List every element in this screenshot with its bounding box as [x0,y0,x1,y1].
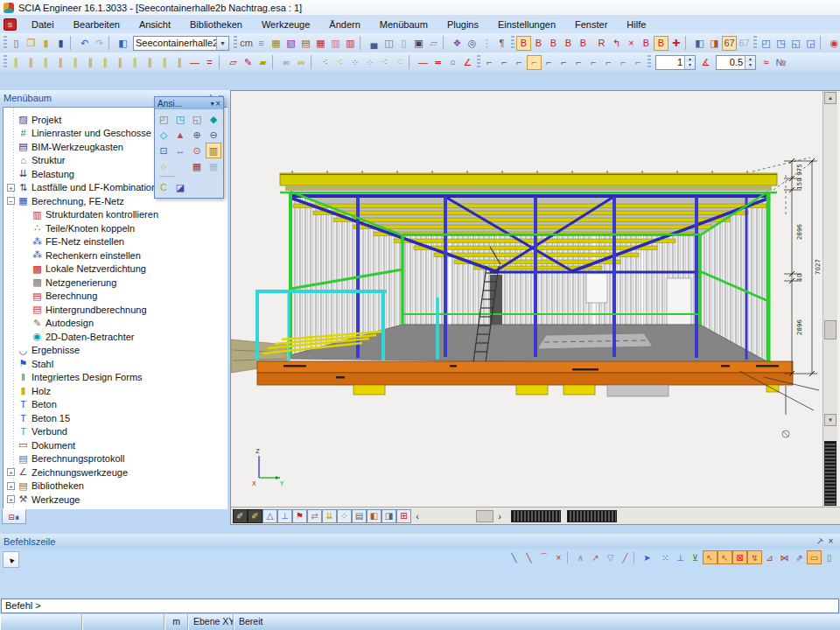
menu-datei[interactable]: Datei [22,18,64,32]
snap-quadrant-toggle-icon[interactable]: ⋈ [777,550,792,564]
tracking-icon[interactable]: ⊻ [688,550,703,564]
select-nodes-icon[interactable]: B [531,36,546,51]
tree-expander[interactable]: − [7,197,15,205]
select-polyline-icon[interactable]: R [594,36,609,51]
project-manager-icon[interactable]: ◧ [116,36,130,51]
zoom-document-icon[interactable]: ◎ [465,36,480,51]
section-view-icon[interactable]: ◨ [382,509,396,523]
undo-icon[interactable]: ↶ [77,36,92,51]
menu-ansicht[interactable]: Ansicht [130,18,180,32]
show-load-labels-icon[interactable]: ⁘ [337,509,352,523]
select-previous-icon[interactable]: ↰ [609,36,624,51]
select-by-property-icon[interactable]: B [561,36,576,51]
project-dropdown[interactable]: Seecontainerhalle2b ▼ [133,36,229,51]
snap-node-icon[interactable]: ⌐ [616,55,631,70]
dropdown-arrow-icon[interactable]: ▼ [216,37,228,50]
cmd-arc-icon[interactable]: ⌒ [536,550,551,564]
cmd-angle-icon[interactable]: ∧ [573,550,588,564]
rotation-step-icon[interactable]: ≈ [759,55,774,70]
cursor-snap-icon[interactable]: ➤ [640,550,654,564]
print-preview-icon[interactable]: ◫ [382,36,396,51]
status-unit[interactable]: m [164,614,188,630]
wireframe-mode-icon[interactable]: ✐ [233,509,248,523]
copy-member-icon[interactable]: ∥ [9,55,24,70]
polygon-edit-icon[interactable]: ▱ [226,55,241,70]
eye-nodes-icon[interactable]: ∞ [294,55,309,70]
zoom-in-icon[interactable]: ⊕ [189,127,205,143]
menu-bearbeiten[interactable]: Bearbeiten [64,18,130,32]
toolbar-menu-icon[interactable]: ▼ [209,101,215,107]
deselect-all-icon[interactable]: × [624,36,639,51]
circle-icon[interactable]: ○ [445,55,460,70]
tree-item-werkzeuge[interactable]: + ⚒ Werkzeuge [7,493,227,507]
snap-intersection-icon[interactable]: ⌐ [497,55,512,70]
select-members-icon[interactable]: B [546,36,561,51]
select-add-icon[interactable]: B [516,36,531,51]
stamp-icon[interactable]: ❖ [450,36,465,51]
dot-grid-icon[interactable]: ⁙ [658,550,673,564]
notes-icon[interactable]: ▱ [426,36,441,51]
member-check-icon[interactable]: ▥ [343,36,358,51]
tree-item-verbund[interactable]: T Verbund [7,425,227,439]
cmd-vector-icon[interactable]: ↗ [588,550,603,564]
model-canvas[interactable]: 975 150 2896 10 2896 7027 Z X Y [231,91,822,507]
select-single-icon[interactable]: B [576,36,591,51]
status-plane[interactable]: Ebene XY [188,614,234,630]
wall-corner-1-icon[interactable]: ◰ [759,36,774,51]
snap-tangent-icon[interactable]: ⌐ [571,55,586,70]
tree-item-beton-15[interactable]: T Beton 15 [7,411,227,425]
cmd-segment-icon[interactable]: ╱ [618,550,633,564]
close-icon[interactable]: × [825,536,836,546]
tree-item-hintergrundberechnung[interactable]: ▤ Hintergrundberechnung [7,303,227,317]
eye-members-icon[interactable]: ∞ [279,55,294,70]
angle-icon[interactable]: ∠ [460,55,475,70]
snap-arc-icon[interactable]: ⌐ [556,55,571,70]
tree-item-lokale-netzverdichtung[interactable]: ▩ Lokale Netzverdichtung [7,262,227,276]
wall-corner-2-icon[interactable]: ◳ [774,36,788,51]
view-top-icon[interactable]: ◰ [156,111,172,127]
toolbar-handle[interactable] [511,36,514,50]
tree-item-autodesign[interactable]: ✎ Autodesign [7,317,227,331]
snap-step-spinner[interactable]: 0.5 ▴▾ [716,55,756,70]
numbering-icon[interactable]: № [774,55,788,70]
cmd-line-point-icon[interactable]: ╲ [522,550,536,564]
join-member-icon[interactable]: ∥ [143,55,158,70]
layers-icon[interactable]: ≡ [254,36,269,51]
tree-item-berechnung[interactable]: ▤ Berechnung [7,290,227,304]
toolbar-handle[interactable] [753,36,757,50]
pin-icon[interactable]: T [814,536,825,546]
crosshair-icon[interactable]: ✚ [668,36,683,51]
tree-item-fe-netz-einstellen[interactable]: ⁂ FE-Netz einstellen [7,235,227,249]
show-labels-icon[interactable]: ⚑ [292,509,307,523]
snap-endpoint-icon[interactable]: ⌐ [482,55,497,70]
activity-on-icon[interactable]: 67 [722,36,737,51]
pointer-mode-button[interactable]: ▲ [3,551,19,568]
tree-item-netzgenerierung[interactable]: ▩ Netzgenerierung [7,276,227,290]
tree-item-teile-knoten-koppeln[interactable]: ∴ Teile/Knoten koppeln [7,221,227,235]
disconnect-nodes-icon[interactable]: ⁖ [332,55,347,70]
redo-icon[interactable]: ↷ [92,36,107,51]
menu-fenster[interactable]: Fenster [565,18,617,32]
member-data-icon[interactable]: ▥ [328,36,343,51]
tree-expander[interactable]: + [7,495,15,503]
node-table-icon[interactable]: ⁘ [362,55,377,70]
check-nodes-icon[interactable]: ⁘ [347,55,362,70]
delete-member-icon[interactable]: — [187,55,202,70]
break-member-icon[interactable]: ∥ [128,55,143,70]
h-scroll-stripe-2[interactable] [567,510,617,522]
view-perspective-icon[interactable]: ◇ [156,127,172,143]
show-supports-icon[interactable]: ⊥ [277,509,292,523]
mesh-icon[interactable]: ▦ [313,36,328,51]
snap-ortho-icon[interactable]: ⌐ [586,55,601,70]
tree-item-strukturdaten-kontrollieren[interactable]: ▥ Strukturdaten kontrollieren [7,208,227,222]
zoom-selection-icon[interactable]: ⊙ [189,143,205,158]
angle-snap-icon[interactable]: ∡ [698,55,713,70]
tree-item-beton[interactable]: T Beton [7,398,227,412]
tree-item-bibliotheken[interactable]: + ▤ Bibliotheken [7,480,227,494]
fast-draw-icon[interactable]: ◧ [367,509,382,523]
coordinates-icon[interactable]: C [156,179,172,195]
tree-item-holz[interactable]: ▮ Holz [7,384,227,398]
snap-parallel-toggle-icon[interactable]: ⇗ [792,550,807,564]
free-nodes-icon[interactable]: ⁖ [392,55,407,70]
close-icon[interactable]: × [215,99,220,108]
